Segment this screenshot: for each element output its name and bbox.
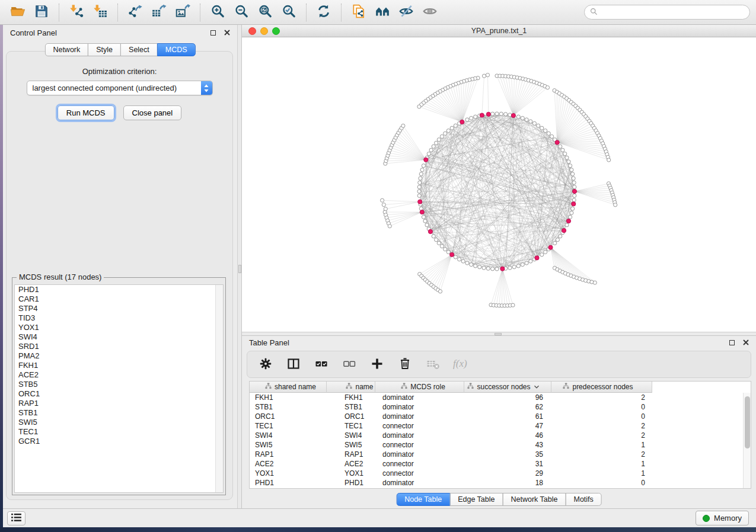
network-node[interactable] (556, 238, 559, 242)
network-node[interactable] (474, 264, 477, 268)
network-node[interactable] (454, 124, 457, 127)
mcds-node[interactable] (572, 189, 576, 193)
network-node[interactable] (537, 124, 540, 127)
mcds-node[interactable] (424, 158, 428, 162)
tab-select[interactable]: Select (120, 43, 158, 56)
network-node[interactable] (550, 134, 554, 138)
network-node[interactable] (570, 211, 573, 214)
network-node[interactable] (521, 263, 524, 267)
refresh-button[interactable] (312, 2, 336, 23)
network-node[interactable] (572, 177, 575, 180)
hide-selected-button[interactable] (394, 2, 418, 23)
network-node[interactable] (521, 116, 524, 120)
network-node[interactable] (437, 138, 441, 142)
network-node[interactable] (470, 116, 473, 120)
network-node[interactable] (423, 219, 427, 223)
table-row[interactable]: RAP1RAP1dominator352 (250, 450, 751, 459)
mcds-result-item[interactable]: SWI4 (15, 332, 223, 342)
close-panel-icon[interactable] (743, 338, 749, 347)
tab-motifs[interactable]: Motifs (565, 493, 601, 506)
network-node[interactable] (458, 258, 461, 261)
mcds-result-item[interactable]: TEC1 (15, 427, 223, 437)
mcds-node[interactable] (500, 267, 505, 271)
mcds-result-item[interactable]: ORC1 (15, 389, 223, 399)
tab-node-table[interactable]: Node Table (396, 493, 450, 506)
maximize-window-icon[interactable] (272, 27, 280, 35)
network-node[interactable] (572, 181, 576, 184)
network-canvas[interactable] (242, 37, 756, 332)
network-node[interactable] (422, 164, 425, 168)
network-node[interactable] (491, 267, 495, 271)
network-node[interactable] (565, 223, 569, 227)
network-node[interactable] (570, 168, 573, 172)
network-node[interactable] (381, 198, 384, 202)
mcds-result-item[interactable]: STB5 (15, 380, 223, 389)
memory-button[interactable]: Memory (696, 511, 749, 525)
column-header-successor-nodes[interactable]: successor nodes (464, 382, 551, 393)
mcds-node[interactable] (460, 120, 464, 124)
export-network-button[interactable] (123, 2, 147, 23)
network-node[interactable] (465, 118, 469, 121)
network-node[interactable] (547, 132, 550, 135)
mcds-result-item[interactable]: SWI5 (15, 418, 223, 427)
network-node[interactable] (540, 126, 544, 130)
close-panel-icon[interactable] (224, 28, 230, 37)
mcds-result-item[interactable]: GCR1 (15, 437, 223, 446)
network-node[interactable] (569, 215, 572, 219)
network-node[interactable] (572, 198, 576, 202)
horizontal-splitter[interactable] (242, 332, 756, 336)
run-mcds-button[interactable]: Run MCDS (58, 105, 114, 120)
mcds-result-item[interactable]: PHD1 (15, 285, 223, 294)
table-row[interactable]: PHD1PHD1dominator180 (250, 478, 751, 488)
network-node[interactable] (438, 290, 442, 293)
mcds-node[interactable] (486, 112, 490, 116)
zoom-fit-button[interactable] (253, 2, 277, 23)
network-node[interactable] (384, 207, 387, 211)
network-node[interactable] (546, 86, 549, 89)
network-node[interactable] (559, 235, 562, 238)
network-node[interactable] (567, 160, 570, 164)
network-node[interactable] (417, 190, 421, 193)
network-node[interactable] (382, 203, 385, 207)
network-node[interactable] (529, 120, 532, 123)
zoom-in-button[interactable] (206, 2, 229, 23)
network-node[interactable] (454, 255, 457, 259)
network-node[interactable] (446, 129, 450, 133)
export-image-button[interactable] (171, 2, 194, 23)
network-node[interactable] (571, 172, 575, 176)
select-all-button[interactable] (314, 357, 329, 372)
network-node[interactable] (401, 124, 405, 127)
network-node[interactable] (418, 181, 422, 184)
search-input[interactable] (601, 8, 744, 17)
import-network-button[interactable] (65, 2, 88, 23)
close-panel-button[interactable]: Close panel (123, 105, 182, 120)
network-node[interactable] (508, 266, 512, 270)
network-node[interactable] (425, 223, 429, 227)
network-node[interactable] (516, 264, 520, 268)
network-node[interactable] (420, 168, 424, 172)
network-node[interactable] (432, 235, 435, 238)
mcds-node[interactable] (418, 200, 422, 204)
network-node[interactable] (482, 266, 486, 270)
network-node[interactable] (571, 207, 575, 210)
gear-button[interactable] (258, 357, 273, 372)
table-row[interactable]: ACE2ACE2connector311 (250, 459, 751, 469)
network-node[interactable] (432, 145, 435, 148)
network-node[interactable] (435, 141, 438, 145)
mcds-result-item[interactable]: RAP1 (15, 399, 223, 408)
network-node[interactable] (511, 303, 515, 307)
network-node[interactable] (446, 250, 450, 254)
close-window-icon[interactable] (248, 27, 256, 35)
zoom-out-button[interactable] (229, 2, 253, 23)
splitter-handle[interactable] (238, 265, 241, 273)
mcds-node[interactable] (420, 210, 424, 214)
mcds-node[interactable] (562, 229, 566, 233)
column-header-predecessor-nodes[interactable]: predecessor nodes (551, 382, 652, 393)
network-node[interactable] (474, 115, 477, 118)
minimize-window-icon[interactable] (260, 27, 268, 35)
column-header-shared-name[interactable]: shared name (250, 382, 327, 393)
save-session-button[interactable] (30, 2, 53, 23)
table-row[interactable]: FKH1FKH1dominator962 (250, 393, 751, 402)
mcds-node[interactable] (535, 256, 539, 260)
float-panel-icon[interactable] (210, 30, 216, 36)
